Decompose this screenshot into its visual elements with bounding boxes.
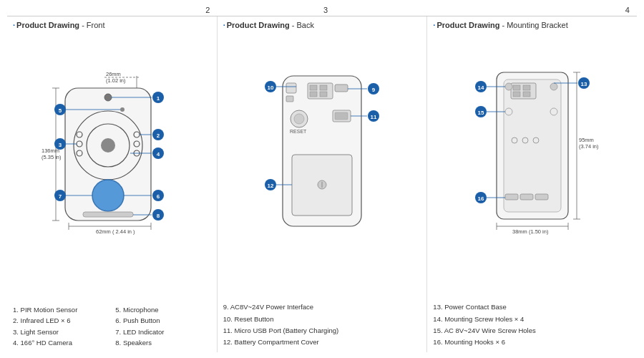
svg-text:3: 3: [59, 142, 62, 148]
svg-text:(5.35 in): (5.35 in): [42, 154, 62, 160]
page-numbers: 2 3 4: [7, 6, 637, 16]
svg-text:12: 12: [268, 183, 274, 189]
svg-rect-55: [310, 92, 317, 97]
col1-title-bold: Product Drawing: [16, 21, 79, 29]
svg-rect-57: [335, 84, 348, 92]
col3-title-rest: - Mounting Bracket: [499, 21, 567, 29]
svg-text:4: 4: [157, 151, 160, 158]
svg-rect-56: [320, 92, 327, 97]
columns: ·Product Drawing - Front 26mm (1.02 in) …: [7, 16, 637, 352]
col3-legend: 13. Power Contact Base 14. Mounting Scre…: [433, 301, 631, 348]
svg-text:13: 13: [580, 81, 587, 87]
col1-title-rest: - Front: [79, 21, 104, 29]
svg-rect-26: [83, 212, 133, 217]
col2-title-rest: - Back: [290, 21, 314, 29]
svg-rect-96: [535, 194, 548, 200]
col3-bullet: ·: [433, 21, 435, 29]
svg-rect-84: [523, 85, 530, 90]
svg-point-25: [92, 180, 124, 211]
col1-drawing: 26mm (1.02 in) 136mm (5.35 in) 62mm ( 2.…: [13, 32, 211, 301]
svg-text:10: 10: [268, 84, 274, 91]
svg-text:26mm: 26mm: [106, 71, 121, 77]
page-num-3: 4: [427, 6, 637, 14]
legend-15: 15. AC 8V~24V Wire Screw Holes: [433, 325, 631, 337]
legend-6: 6. Push Button: [115, 315, 210, 326]
legend-16: 16. Mounting Hooks × 6: [433, 337, 631, 348]
col-back: ·Product Drawing - Back: [218, 16, 428, 352]
svg-rect-58: [286, 83, 296, 93]
svg-rect-64: [335, 112, 348, 120]
col2-title: ·Product Drawing - Back: [223, 21, 421, 29]
svg-text:62mm ( 2.44 in ): 62mm ( 2.44 in ): [96, 228, 135, 235]
svg-point-88: [550, 83, 557, 90]
legend-11: 11. Micro USB Port (Battery Charging): [223, 325, 421, 337]
svg-text:15: 15: [477, 110, 484, 116]
legend-10: 10. Reset Button: [223, 314, 421, 325]
svg-text:(1.02 in): (1.02 in): [106, 77, 126, 84]
svg-text:1: 1: [157, 95, 160, 102]
legend-13: 13. Power Contact Base: [433, 301, 631, 313]
col-bracket: ·Product Drawing - Mounting Bracket: [427, 16, 637, 352]
svg-point-24: [120, 107, 125, 112]
legend-14: 14. Mounting Screw Holes × 4: [433, 314, 631, 325]
page-num-1: 2: [7, 6, 224, 14]
svg-text:7: 7: [59, 193, 62, 200]
legend-1: 1. PIR Motion Sensor: [13, 304, 108, 315]
svg-rect-83: [513, 85, 520, 90]
svg-text:38mm (1.50 in): 38mm (1.50 in): [512, 228, 549, 235]
col2-drawing: RESET 10 9: [223, 32, 421, 299]
svg-rect-95: [520, 194, 533, 200]
legend-3: 3. Light Sensor: [13, 326, 108, 337]
col1-bullet: ·: [13, 21, 15, 29]
col3-title: ·Product Drawing - Mounting Bracket: [433, 21, 631, 29]
svg-point-16: [101, 138, 115, 153]
svg-text:95mm: 95mm: [579, 137, 594, 143]
legend-7: 7. LED Indicator: [115, 326, 210, 337]
legend-9: 9. AC8V~24V Power Interface: [223, 301, 421, 313]
page-num-2: 3: [224, 6, 426, 14]
col3-drawing: 95mm (3.74 in) 38mm (1.50 in) 13 14: [433, 32, 631, 299]
svg-text:16: 16: [477, 195, 484, 202]
svg-rect-53: [310, 85, 317, 90]
svg-rect-86: [523, 92, 530, 97]
svg-text:8: 8: [157, 213, 160, 219]
legend-5: 5. Microphone: [115, 304, 210, 315]
svg-point-17: [104, 94, 112, 101]
svg-text:9: 9: [372, 87, 376, 93]
svg-text:5: 5: [59, 107, 62, 114]
col1-legend: 1. PIR Motion Sensor 5. Microphone 2. In…: [13, 304, 211, 348]
legend-4: 4. 166° HD Camera: [13, 337, 108, 348]
col-front: ·Product Drawing - Front 26mm (1.02 in) …: [7, 16, 218, 352]
col1-title: ·Product Drawing - Front: [13, 21, 211, 29]
page-container: 2 3 4 ·Product Drawing - Front 26mm (1.0…: [0, 0, 644, 358]
svg-rect-54: [320, 85, 327, 90]
legend-2: 2. Infrared LED × 6: [13, 315, 108, 326]
svg-point-61: [294, 114, 304, 124]
svg-text:2: 2: [157, 132, 160, 139]
col2-legend: 9. AC8V~24V Power Interface 10. Reset Bu…: [223, 301, 421, 348]
svg-text:11: 11: [371, 114, 377, 120]
svg-rect-81: [504, 79, 561, 212]
legend-8: 8. Speakers: [115, 337, 210, 348]
col3-title-bold: Product Drawing: [436, 21, 499, 29]
svg-point-87: [505, 83, 512, 90]
col2-bullet: ·: [223, 21, 225, 29]
svg-text:6: 6: [157, 193, 160, 200]
svg-text:RESET: RESET: [290, 129, 307, 134]
svg-rect-94: [505, 194, 518, 200]
svg-text:(3.74 in): (3.74 in): [579, 143, 599, 150]
svg-rect-85: [513, 92, 520, 97]
legend-12: 12. Battery Compartment Cover: [223, 337, 421, 348]
col2-title-bold: Product Drawing: [227, 21, 290, 29]
svg-rect-59: [286, 96, 293, 102]
svg-text:14: 14: [477, 84, 484, 91]
